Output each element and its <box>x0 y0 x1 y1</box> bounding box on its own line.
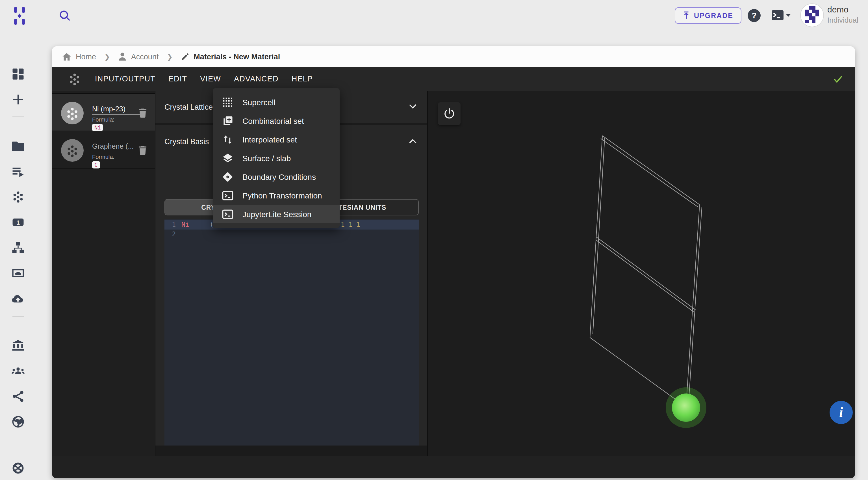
unit-cell-wireframe <box>428 91 855 456</box>
material-name-underline <box>92 114 141 115</box>
menu-input-output[interactable]: INPUT/OUTPUT <box>95 74 155 83</box>
bank-media-icon[interactable] <box>11 266 25 280</box>
formula-chip: Ni <box>92 124 103 131</box>
menu-item-combinatorial-set[interactable]: Combinatorial set <box>213 111 340 130</box>
panel-bottom-spacer <box>155 446 427 456</box>
structure-3d-viewer[interactable]: i <box>428 91 855 456</box>
breadcrumb: Home ❯ Account ❯ Materials - New Materia… <box>52 47 855 67</box>
cloud-upload-icon[interactable] <box>11 291 25 306</box>
material-avatar <box>61 102 84 124</box>
breadcrumb-current-page: Materials - New Material <box>181 52 280 61</box>
chevron-up-icon[interactable] <box>409 139 417 144</box>
material-item-ni[interactable]: Ni (mp-23) Formula: Ni <box>52 93 155 131</box>
supercell-grid-icon <box>221 96 234 108</box>
institution-icon[interactable] <box>11 338 25 353</box>
dashboard-icon[interactable] <box>11 67 25 82</box>
section-title: Crystal Lattice <box>164 103 213 111</box>
section-title: Crystal Basis <box>164 138 209 146</box>
user-info[interactable]: demo Individual <box>827 4 858 24</box>
constraints: 1 1 1 <box>341 220 360 230</box>
projects-folder-icon[interactable] <box>11 139 25 153</box>
caret-down-icon <box>785 13 791 18</box>
hierarchy-icon[interactable] <box>11 240 25 255</box>
menu-item-label: Boundary Conditions <box>242 172 316 181</box>
share-icon[interactable] <box>11 389 25 404</box>
designer-footer <box>52 456 855 478</box>
viewer-power-button[interactable] <box>438 102 461 125</box>
app-root: UPGRADE ? <box>0 0 868 480</box>
menu-item-jupyterlite-session[interactable]: JupyterLite Session <box>213 205 340 223</box>
formula-label: Formula: <box>92 117 115 123</box>
designer-menubar: INPUT/OUTPUT EDIT VIEW ADVANCED HELP <box>52 67 855 91</box>
designer-window: Home ❯ Account ❯ Materials - New Materia… <box>52 47 855 478</box>
team-people-icon[interactable] <box>11 363 25 378</box>
support-wheel-icon[interactable] <box>11 461 25 476</box>
breadcrumb-label: Account <box>131 52 159 61</box>
menu-item-label: Surface / slab <box>242 153 291 162</box>
top-app-bar: UPGRADE ? <box>0 0 868 31</box>
line-number: 1 <box>164 220 176 230</box>
console-menu-icon[interactable] <box>771 9 791 22</box>
sidebar-divider <box>12 439 24 439</box>
chevron-down-icon[interactable] <box>409 103 417 109</box>
brand-logo-icon[interactable] <box>12 6 27 25</box>
breadcrumb-home[interactable]: Home <box>62 52 96 61</box>
material-name[interactable]: Graphene (... <box>92 143 141 150</box>
globe-icon[interactable] <box>11 414 25 429</box>
power-icon <box>443 108 456 120</box>
home-icon <box>62 52 71 61</box>
menu-item-label: Interpolated set <box>242 135 297 144</box>
breadcrumb-label: Home <box>76 52 96 61</box>
upgrade-button[interactable]: UPGRADE <box>675 7 741 24</box>
menu-item-supercell[interactable]: Supercell <box>213 93 340 111</box>
menu-view[interactable]: VIEW <box>200 74 221 83</box>
menu-edit[interactable]: EDIT <box>168 74 187 83</box>
menu-item-label: JupyterLite Session <box>242 209 311 218</box>
terminal-icon <box>221 208 234 220</box>
line-number: 2 <box>164 230 176 239</box>
help-icon[interactable]: ? <box>747 8 761 23</box>
menu-item-boundary-conditions[interactable]: Boundary Conditions <box>213 167 340 186</box>
basis-code-editor[interactable]: 1 Ni (0, 0, 0) 1 1 1 2 <box>164 219 419 475</box>
counter-one-icon[interactable]: 1 <box>11 215 25 230</box>
library-add-icon <box>221 115 234 127</box>
menu-help[interactable]: HELP <box>291 74 313 83</box>
delete-material-icon[interactable] <box>138 145 147 155</box>
viewer-info-button[interactable]: i <box>830 401 853 424</box>
search-icon[interactable] <box>58 9 71 22</box>
breadcrumb-account[interactable]: Account <box>118 52 159 61</box>
menu-advanced[interactable]: ADVANCED <box>234 74 279 83</box>
sidebar-divider <box>12 117 24 117</box>
save-check-icon[interactable] <box>832 74 844 84</box>
material-avatar <box>61 139 84 162</box>
upload-icon <box>683 11 690 20</box>
menu-item-interpolated-set[interactable]: Interpolated set <box>213 130 340 149</box>
formula-chip: C <box>92 161 100 169</box>
person-icon <box>118 52 127 61</box>
material-name[interactable]: Ni (mp-23) <box>92 105 141 113</box>
info-icon: i <box>839 405 843 420</box>
user-avatar[interactable] <box>801 4 824 27</box>
menu-item-label: Supercell <box>242 97 276 107</box>
pencil-icon <box>181 52 189 61</box>
menu-item-surface-slab[interactable]: Surface / slab <box>213 149 340 167</box>
jobs-playlist-icon[interactable] <box>11 164 25 179</box>
material-cluster-icon <box>67 71 83 87</box>
menu-item-label: Combinatorial set <box>242 116 304 125</box>
ni-atom-sphere <box>672 393 700 422</box>
editor-line-2[interactable]: 2 <box>164 230 419 239</box>
svg-text:?: ? <box>752 11 757 20</box>
breadcrumb-separator: ❯ <box>166 52 173 61</box>
menu-item-label: Python Transformation <box>242 191 322 200</box>
upgrade-label: UPGRADE <box>694 11 733 20</box>
app-sidebar: 1 <box>0 31 36 480</box>
user-name: demo <box>827 4 858 14</box>
menu-item-python-transformation[interactable]: Python Transformation <box>213 186 340 205</box>
add-icon[interactable] <box>11 92 25 107</box>
sidebar-divider <box>12 316 24 317</box>
materials-atoms-icon[interactable] <box>11 189 25 204</box>
material-item-graphene[interactable]: Graphene (... Formula: C <box>52 131 155 169</box>
designer-content: Ni (mp-23) Formula: Ni Graphene (... For… <box>52 91 855 456</box>
delete-material-icon[interactable] <box>138 108 147 118</box>
layers-icon <box>221 152 234 164</box>
